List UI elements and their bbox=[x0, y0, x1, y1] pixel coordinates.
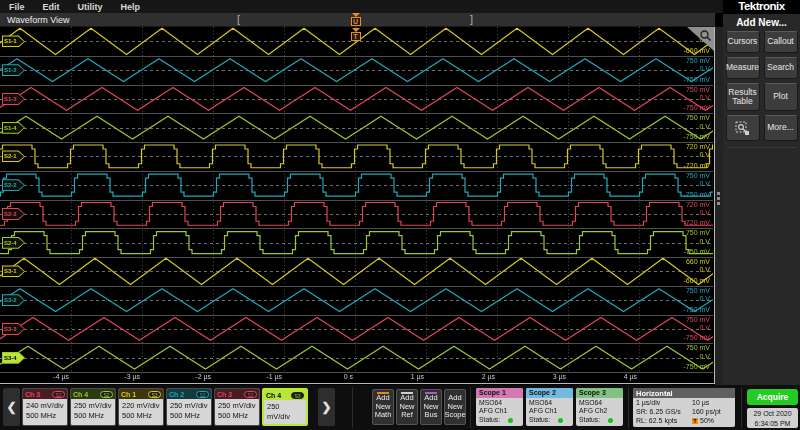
more-button[interactable]: More... bbox=[764, 115, 798, 141]
time-axis-label: -3 µs bbox=[124, 373, 140, 380]
channel-scale: 240 mV/div bbox=[26, 401, 64, 411]
horizontal-value: SR: 6.25 GS/s bbox=[636, 407, 692, 416]
channel-scale: 250 mV/div bbox=[267, 402, 303, 422]
voltage-label: 0 V bbox=[699, 94, 710, 102]
callout-button[interactable]: Callout bbox=[764, 31, 798, 53]
horizontal-value: 160 ps/pt bbox=[692, 407, 721, 416]
scope-2-card[interactable]: Scope 2MSO64AFG Ch1Status: bbox=[526, 388, 573, 426]
expansion-point-icon: U bbox=[351, 17, 361, 26]
menu-file[interactable]: File bbox=[9, 2, 25, 12]
menu-help[interactable]: Help bbox=[121, 2, 141, 12]
voltage-label: 750 mV bbox=[686, 287, 710, 295]
voltage-label: 0 V bbox=[699, 180, 710, 188]
bottom-bar: ❮ Ch 3S2240 mV/div500 MHzCh 4S2250 mV/di… bbox=[0, 385, 800, 430]
bottom-divider bbox=[352, 387, 353, 428]
plot-button[interactable]: Plot bbox=[764, 83, 798, 111]
cursors-button[interactable]: Cursors bbox=[726, 31, 760, 53]
channel-bandwidth: 500 MHz bbox=[122, 411, 160, 421]
voltage-label: 720 mV bbox=[686, 201, 710, 209]
scope-tag-badge: S2 bbox=[100, 391, 113, 398]
time-text: 6:34:05 PM bbox=[747, 419, 798, 429]
channel-bandwidth: 500 MHz bbox=[218, 411, 256, 421]
voltage-label: 750 mV bbox=[686, 172, 710, 180]
date-text: 29 Oct 2020 bbox=[747, 409, 798, 419]
channel-scale: 250 mV/div bbox=[74, 401, 112, 411]
channel-bandwidth: 500 MHz bbox=[26, 411, 64, 421]
menu-bar: File Edit Utility Help bbox=[0, 0, 723, 13]
results-table-button[interactable]: Results Table bbox=[726, 83, 760, 111]
voltage-label: -750 mV bbox=[684, 133, 710, 141]
add-new-bus-button[interactable]: Add New Bus bbox=[420, 389, 442, 425]
voltage-label: -750 mV bbox=[684, 363, 710, 371]
voltage-label: -660 mV bbox=[684, 277, 710, 285]
scope-status-label: Status: bbox=[579, 416, 600, 424]
scope-source: AFG Ch1 bbox=[479, 407, 520, 415]
add-button-stripe bbox=[425, 392, 437, 394]
waveform-plot[interactable] bbox=[0, 27, 713, 383]
voltage-label: 0 V bbox=[699, 353, 710, 361]
measure-button[interactable]: Measure bbox=[726, 57, 760, 79]
channel-card-s3-ch2[interactable]: Ch 2S3250 mV/div500 MHz bbox=[166, 388, 212, 426]
status-ok-icon bbox=[508, 418, 513, 423]
channel-scale: 250 mV/div bbox=[218, 401, 256, 411]
voltage-label: 0 V bbox=[699, 123, 710, 131]
channel-card-s2-ch3[interactable]: Ch 3S2240 mV/div500 MHz bbox=[22, 388, 68, 426]
channel-card-s2-ch4[interactable]: Ch 4S2250 mV/div500 MHz bbox=[70, 388, 116, 426]
time-axis-label: -1 µs bbox=[266, 373, 282, 380]
add-new-ref-button[interactable]: Add New Ref bbox=[396, 389, 418, 425]
magnifier-icon bbox=[699, 29, 712, 42]
voltage-label: 750 mV bbox=[686, 229, 710, 237]
horizontal-title: Horizontal bbox=[633, 388, 735, 398]
voltage-label: -720 mV bbox=[684, 219, 710, 227]
voltage-label: -750 mV bbox=[684, 334, 710, 342]
voltage-label: -750 mV bbox=[684, 76, 710, 84]
time-axis-label: 2 µs bbox=[482, 373, 495, 380]
menu-utility[interactable]: Utility bbox=[78, 2, 103, 12]
voltage-label: 0 V bbox=[699, 266, 710, 274]
channel-card-s3-ch1[interactable]: Ch 1S3220 mV/div500 MHz bbox=[118, 388, 164, 426]
add-new-math-button[interactable]: Add New Math bbox=[372, 389, 394, 425]
time-axis-label: -4 µs bbox=[53, 373, 69, 380]
scope-1-card[interactable]: Scope 1MSO64AFG Ch1Status: bbox=[476, 388, 523, 426]
scroll-channels-left-button[interactable]: ❮ bbox=[3, 388, 20, 426]
horizontal-value: 10 µs bbox=[692, 398, 709, 407]
channel-card-name: Ch 1 bbox=[121, 391, 136, 398]
channel-card-name: Ch 4 bbox=[266, 392, 281, 399]
voltage-label: -750 mV bbox=[684, 248, 710, 256]
oscilloscope-app: File Edit Utility Help Waveform View [ ]… bbox=[0, 0, 800, 430]
scope-source: AFG Ch1 bbox=[529, 407, 570, 415]
add-new-title: Add New... bbox=[723, 14, 800, 29]
panel-resize-handle[interactable] bbox=[717, 192, 721, 207]
voltage-label: 750 mV bbox=[686, 344, 710, 352]
scroll-channels-right-button[interactable]: ❯ bbox=[318, 388, 335, 426]
menu-edit[interactable]: Edit bbox=[43, 2, 60, 12]
voltage-label: -720 mV bbox=[684, 162, 710, 170]
channel-card-name: Ch 4 bbox=[73, 391, 88, 398]
time-axis-label: 0 s bbox=[344, 373, 353, 380]
voltage-label: 750 mV bbox=[686, 316, 710, 324]
trigger-position-marker[interactable]: T bbox=[350, 28, 361, 41]
scope-tag-badge: S3 bbox=[148, 391, 161, 398]
channel-card-s3-ch4[interactable]: Ch 4S3250 mV/div500 MHz bbox=[262, 388, 308, 426]
add-new-scope-button[interactable]: Add New Scope bbox=[444, 389, 466, 425]
expansion-point-marker[interactable]: U bbox=[350, 13, 361, 26]
voltage-label: 0 V bbox=[699, 324, 710, 332]
channel-bandwidth: 500 MHz bbox=[267, 422, 303, 427]
trigger-mini-icon: T bbox=[692, 418, 698, 424]
scope-model: MSO64 bbox=[529, 399, 570, 407]
channel-bandwidth: 500 MHz bbox=[74, 411, 112, 421]
waveform-view-header: Waveform View [ ] U bbox=[0, 13, 715, 27]
scope-tag-badge: S3 bbox=[291, 392, 304, 399]
search-button[interactable]: Search bbox=[764, 57, 798, 79]
acquire-button[interactable]: Acquire bbox=[747, 389, 798, 405]
channel-card-name: Ch 3 bbox=[217, 391, 232, 398]
scope-tag-badge: S2 bbox=[52, 391, 65, 398]
scope-3-card[interactable]: Scope 3MSO64AFG Ch2Status: bbox=[576, 388, 623, 426]
scope-model: MSO64 bbox=[479, 399, 520, 407]
bottom-divider bbox=[741, 387, 742, 428]
channel-card-s3-ch3[interactable]: Ch 3S3250 mV/div500 MHz bbox=[214, 388, 260, 426]
marquee-zoom-icon bbox=[735, 121, 750, 136]
zoom-tool-button[interactable] bbox=[726, 115, 760, 141]
scope-tag-badge: S3 bbox=[244, 391, 257, 398]
horizontal-panel[interactable]: Horizontal 1 µs/div10 µsSR: 6.25 GS/s160… bbox=[633, 388, 735, 427]
